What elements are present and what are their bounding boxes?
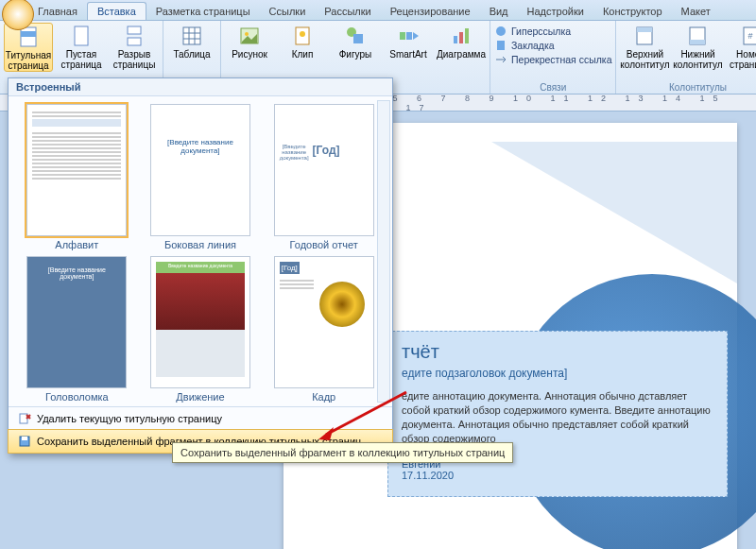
save-icon (18, 435, 31, 448)
cover-page-label: Титульная страница (5, 50, 52, 71)
annotation-arrow (317, 387, 411, 444)
svg-rect-17 (406, 32, 412, 40)
svg-rect-4 (128, 38, 141, 45)
cover-page-button[interactable]: Титульная страница (4, 23, 53, 72)
svg-rect-1 (21, 31, 36, 37)
tab-view[interactable]: Вид (480, 3, 518, 20)
tooltip: Сохранить выделенный фрагмент в коллекци… (172, 442, 513, 463)
header-icon (633, 25, 656, 47)
chart-label: Диаграмма (437, 49, 486, 60)
tab-page-layout[interactable]: Разметка страницы (146, 3, 260, 20)
gallery-grid: Алфавит [Введите названиедокумента] Боко… (9, 96, 392, 406)
clip-button[interactable]: Клип (278, 23, 327, 60)
shapes-button[interactable]: Фигуры (331, 23, 380, 60)
svg-point-22 (496, 26, 506, 36)
shapes-icon (344, 25, 367, 47)
cover-text-band[interactable]: тчёт едите подзаголовок документа] едите… (387, 331, 728, 497)
cover-date[interactable]: 17.11.2020 (402, 470, 713, 481)
shapes-label: Фигуры (339, 49, 371, 60)
blank-page-button[interactable]: Пустая страница (57, 23, 106, 70)
svg-rect-27 (690, 40, 705, 44)
header-label: Верхний колонтитул (620, 49, 669, 70)
svg-rect-15 (353, 34, 363, 43)
group-headerfooter: Верхний колонтитул Нижний колонтитул # Н… (616, 21, 756, 94)
table-button[interactable]: Таблица (167, 23, 216, 60)
svg-rect-25 (637, 27, 652, 32)
svg-rect-19 (454, 36, 457, 43)
svg-line-35 (326, 392, 406, 435)
tab-references[interactable]: Ссылки (260, 3, 316, 20)
links-group-label: Связи (494, 81, 611, 94)
header-button[interactable]: Верхний колонтитул (620, 23, 669, 70)
picture-button[interactable]: Рисунок (225, 23, 274, 60)
cover-title[interactable]: тчёт (402, 341, 713, 363)
tab-addins[interactable]: Надстройки (518, 3, 593, 20)
page-break-icon (123, 25, 146, 47)
blank-page-label: Пустая страница (57, 49, 106, 70)
clip-icon (291, 25, 314, 47)
gallery-item-annual[interactable]: [Введитеназваниедокумента][Год] Годовой … (265, 104, 383, 250)
tab-layout[interactable]: Макет (672, 3, 720, 20)
svg-rect-34 (22, 437, 27, 440)
group-links: Гиперссылка Закладка Перекрестная ссылка… (490, 21, 616, 94)
hyperlink-icon (494, 25, 507, 38)
cover-abstract[interactable]: едите аннотацию документа. Аннотация обы… (402, 389, 713, 445)
headerfooter-group-label: Колонтитулы (620, 81, 756, 94)
svg-point-13 (300, 31, 305, 37)
tab-design[interactable]: Конструктор (593, 3, 672, 20)
svg-rect-16 (400, 32, 405, 40)
cover-subtitle[interactable]: едите подзаголовок документа] (402, 367, 713, 380)
svg-rect-3 (128, 26, 141, 34)
gallery-item-alphabet[interactable]: Алфавит (18, 104, 136, 250)
gallery-scrollbar[interactable] (377, 100, 390, 403)
pagenum-icon: # (739, 25, 756, 47)
picture-label: Рисунок (232, 49, 267, 60)
tab-mailings[interactable]: Рассылки (315, 3, 380, 20)
crossref-button[interactable]: Перекрестная ссылка (494, 53, 611, 66)
svg-rect-21 (465, 28, 469, 43)
crossref-icon (494, 53, 507, 66)
svg-rect-2 (75, 26, 88, 45)
pagenum-label: Номер страницы (726, 49, 756, 70)
smartart-label: SmartArt (389, 49, 426, 60)
tab-home[interactable]: Главная (28, 3, 87, 20)
ribbon-tabs: Главная Вставка Разметка страницы Ссылки… (0, 0, 756, 21)
svg-marker-18 (413, 32, 419, 40)
gallery-item-puzzle[interactable]: [Введите названиедокумента] Головоломка (18, 256, 136, 403)
footer-label: Нижний колонтитул (673, 49, 722, 70)
tab-insert[interactable]: Вставка (87, 2, 146, 20)
hyperlink-button[interactable]: Гиперссылка (494, 25, 611, 38)
pagenum-button[interactable]: # Номер страницы (726, 23, 756, 70)
page-break-label: Разрыв страницы (110, 49, 159, 70)
gallery-item-frame[interactable]: [Год] Кадр (265, 256, 383, 403)
bookmark-icon (494, 39, 507, 52)
chart-button[interactable]: Диаграмма (437, 23, 486, 60)
chart-icon (450, 25, 472, 47)
picture-icon (238, 25, 261, 47)
footer-button[interactable]: Нижний колонтитул (673, 23, 722, 70)
gallery-item-sideline[interactable]: [Введите названиедокумента] Боковая лини… (142, 104, 260, 250)
gallery-section-header: Встроенный (9, 78, 392, 96)
bookmark-button[interactable]: Закладка (494, 39, 611, 52)
svg-rect-20 (459, 32, 463, 43)
smartart-button[interactable]: SmartArt (384, 23, 433, 60)
blank-page-icon (70, 25, 93, 47)
page-break-button[interactable]: Разрыв страницы (110, 23, 159, 70)
table-label: Таблица (173, 49, 210, 60)
footer-icon (686, 25, 709, 47)
svg-marker-36 (318, 427, 334, 440)
smartart-icon (397, 25, 420, 47)
clip-label: Клип (292, 49, 314, 60)
svg-point-11 (245, 32, 249, 36)
svg-rect-5 (183, 27, 200, 44)
svg-text:#: # (748, 31, 753, 41)
cover-triangle-decoration (491, 142, 737, 283)
gallery-item-motion[interactable]: Введите название документа Движение (142, 256, 260, 403)
tab-review[interactable]: Рецензирование (381, 3, 480, 20)
svg-rect-23 (497, 41, 505, 50)
remove-icon (18, 412, 31, 425)
table-icon (180, 25, 203, 47)
